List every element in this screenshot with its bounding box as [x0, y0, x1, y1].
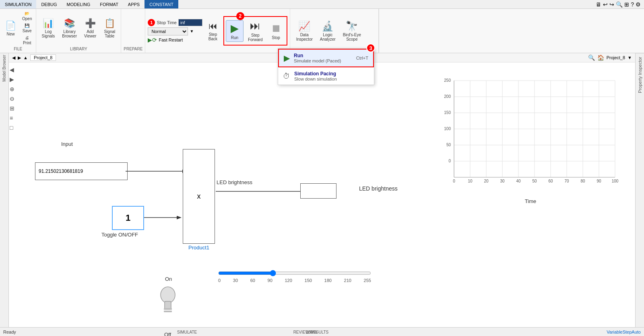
signal-table-icon: 📋 — [104, 18, 115, 29]
led-scope-label: LED brightness — [359, 185, 398, 192]
zoom-out-icon[interactable]: ⊖ — [10, 95, 14, 102]
off-label: Off — [164, 332, 171, 336]
run-icon: ▶ — [231, 22, 239, 35]
menu-tab-debug[interactable]: DEBUG — [36, 0, 62, 8]
pacing-item-subtitle: Slow down simulation — [294, 77, 369, 81]
toggle-switch-svg — [158, 286, 178, 316]
breadcrumb-tab-1[interactable]: Project_8 — [30, 54, 56, 61]
stop-button[interactable]: ⏹ Stop — [267, 20, 285, 42]
step-forward-button[interactable]: ⏭ Step Forward — [245, 18, 266, 44]
toggle-label: Toggle ON/OFF — [101, 232, 138, 238]
expand-icon[interactable]: ⊞ — [624, 1, 629, 8]
input-block[interactable]: 91.21502130681819 — [35, 162, 128, 180]
log-signals-button[interactable]: 📊 Log Signals — [39, 16, 58, 40]
new-button[interactable]: 📄 New — [2, 19, 19, 38]
svg-text:50: 50 — [446, 143, 451, 147]
canvas-icon-6[interactable]: □ — [10, 124, 14, 131]
ribbon-group-file: 📄 New 📂Open 💾Save 🖨Print FILE — [0, 9, 36, 53]
svg-text:0: 0 — [448, 159, 451, 163]
property-inspector-tab[interactable]: Property Inspector — [636, 53, 644, 96]
input-block-value: 91.21502130681819 — [39, 168, 83, 174]
stop-time-label: Stop Time — [157, 20, 177, 25]
svg-text:90: 90 — [597, 179, 601, 183]
fast-restart-label[interactable]: Fast Restart — [159, 37, 183, 42]
input-arrow-svg — [126, 165, 190, 177]
svg-text:100: 100 — [444, 127, 451, 131]
menu-tab-apps[interactable]: APPS — [123, 0, 144, 8]
led-arrow-svg — [216, 185, 312, 197]
svg-text:30: 30 — [500, 179, 505, 183]
stop-icon: ⏹ — [271, 22, 281, 35]
signal-table-button[interactable]: 📋 Signal Table — [101, 16, 118, 40]
search-icon[interactable]: 🔍 — [616, 1, 623, 8]
main-area: Model Browser ◀ ▶ ▲ Project_8 🔍 🏠 Projec… — [0, 53, 644, 327]
nav-back-icon[interactable]: ◀ — [12, 55, 15, 60]
ribbon-group-prepare: PREPARE — [121, 9, 145, 53]
run-item-shortcut: Ctrl+T — [356, 56, 368, 60]
run-dropdown-item[interactable]: ▶ Run Simulate model (Paced) Ctrl+T — [278, 49, 374, 67]
fast-restart-icon: ▶⟳ — [148, 37, 157, 43]
stop-time-input[interactable] — [178, 19, 202, 26]
canvas-icon-5[interactable]: ≡ — [10, 115, 14, 121]
step-back-button[interactable]: ⏮ Step Back — [204, 19, 222, 43]
birds-eye-scope-button[interactable]: 🔭 Bird's-Eye Scope — [340, 19, 364, 44]
canvas-nav-icon-2[interactable]: ▶ — [10, 76, 14, 83]
svg-text:20: 20 — [484, 179, 489, 183]
help-icon[interactable]: ? — [631, 1, 634, 8]
toolbar-icon-1[interactable]: 🖥 — [596, 1, 601, 8]
menu-tab-modeling[interactable]: MODELING — [62, 0, 95, 8]
toggle-block[interactable]: 1 — [112, 206, 144, 230]
led-scope-block[interactable] — [300, 183, 336, 199]
menu-tab-format[interactable]: FORMAT — [95, 0, 123, 8]
add-viewer-button[interactable]: ➕ Add Viewer — [81, 16, 99, 40]
fit-icon[interactable]: ⊞ — [10, 105, 14, 112]
menu-tab-constant[interactable]: CONSTANT — [144, 0, 178, 8]
nav-up-icon[interactable]: ▲ — [23, 55, 28, 60]
menu-tab-simulation[interactable]: SIMULATION — [0, 0, 36, 8]
run-item-subtitle: Simulate model (Paced) — [294, 58, 352, 63]
badge-2: 2 — [236, 12, 244, 20]
chart-svg: 250 200 150 100 50 0 0 10 20 30 40 50 60… — [442, 75, 619, 195]
mode-select[interactable]: Normal Accelerator — [148, 27, 188, 35]
print-button[interactable]: 🖨Print — [21, 35, 33, 46]
svg-text:150: 150 — [444, 110, 451, 115]
slider-labels: 0 30 60 90 120 150 180 210 255 — [218, 278, 371, 283]
run-button[interactable]: ▶ Run — [226, 20, 244, 42]
save-button[interactable]: 💾Save — [21, 23, 33, 34]
new-icon: 📄 — [5, 21, 16, 31]
svg-point-3 — [161, 287, 175, 303]
logic-analyzer-button[interactable]: 🔬 Logic Analyzer — [317, 19, 339, 44]
simulation-pacing-item[interactable]: ⏱ Simulation Pacing Slow down simulation — [278, 68, 374, 85]
nav-forward-icon[interactable]: ▶ — [18, 55, 21, 60]
open-button[interactable]: 📂Open — [21, 10, 33, 22]
slider-area: 0 30 60 90 120 150 180 210 255 — [218, 270, 379, 283]
svg-text:70: 70 — [564, 179, 569, 183]
chart-time-label: Time — [442, 198, 619, 204]
product-block[interactable]: x — [183, 149, 215, 244]
canvas-nav-icon-1[interactable]: ◀ — [10, 66, 14, 73]
canvas-container: ◀ ▶ ▲ Project_8 🔍 🏠 Project_8 ▼ ◀ ▶ ⊕ ⊖ … — [9, 53, 635, 327]
data-inspector-button[interactable]: 📈 Data Inspector — [293, 19, 316, 44]
nav-home-icon[interactable]: 🏠 — [597, 54, 604, 61]
solver-type: VariableStepAuto — [607, 330, 641, 334]
left-sidebar: Model Browser — [0, 53, 9, 327]
left-sidebar-icon-1[interactable]: Model Browser — [2, 55, 6, 82]
library-browser-button[interactable]: 📚 Library Browser — [59, 16, 80, 40]
toggle-arrow-svg — [144, 212, 184, 224]
prepare-group-label: PREPARE — [124, 46, 142, 51]
brightness-slider[interactable] — [218, 270, 371, 276]
undo-icon[interactable]: ↩ — [603, 1, 608, 8]
run-dropdown-icon: ▶ — [284, 53, 290, 63]
svg-text:200: 200 — [444, 94, 451, 99]
ribbon-group-library: 📊 Log Signals 📚 Library Browser ➕ Add Vi… — [36, 9, 121, 53]
badge-3: 3 — [366, 44, 375, 52]
ribbon-group-review: 📈 Data Inspector 🔬 Logic Analyzer 🔭 Bird… — [290, 9, 379, 53]
step-forward-icon: ⏭ — [250, 20, 260, 32]
redo-icon[interactable]: ↪ — [609, 1, 614, 8]
zoom-in-icon[interactable]: ⊕ — [10, 86, 14, 92]
mode-dropdown-arrow[interactable]: ▼ — [190, 29, 194, 33]
simulink-canvas: ◀ ▶ ⊕ ⊖ ⊞ ≡ □ Input 91.21502130681819 — [9, 62, 635, 327]
toggle-switch-visual[interactable] — [156, 286, 180, 318]
settings-icon[interactable]: ⚙ — [636, 1, 641, 8]
left-nav-icons: ◀ ▶ ⊕ ⊖ ⊞ ≡ □ — [10, 66, 14, 131]
